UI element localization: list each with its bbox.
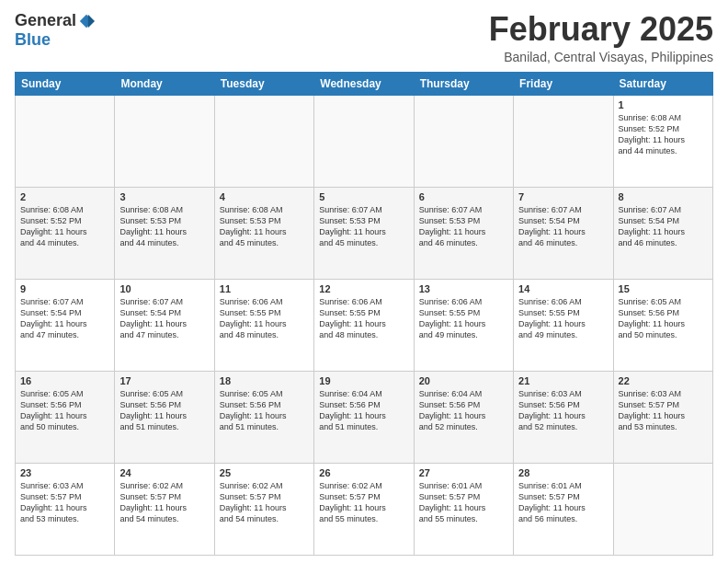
day-number: 27	[419, 467, 508, 478]
table-row: 2Sunrise: 6:08 AM Sunset: 5:52 PM Daylig…	[16, 187, 115, 279]
calendar-week-row: 16Sunrise: 6:05 AM Sunset: 5:56 PM Dayli…	[16, 371, 713, 463]
table-row: 18Sunrise: 6:05 AM Sunset: 5:56 PM Dayli…	[214, 371, 313, 463]
table-row	[16, 95, 115, 187]
calendar-week-row: 2Sunrise: 6:08 AM Sunset: 5:52 PM Daylig…	[16, 187, 713, 279]
logo-general-text: General	[15, 11, 76, 30]
title-block: February 2025 Banilad, Central Visayas, …	[489, 11, 713, 64]
logo: General Blue	[15, 11, 95, 50]
table-row: 15Sunrise: 6:05 AM Sunset: 5:56 PM Dayli…	[613, 279, 712, 371]
table-row: 19Sunrise: 6:04 AM Sunset: 5:56 PM Dayli…	[314, 371, 414, 463]
table-row: 20Sunrise: 6:04 AM Sunset: 5:56 PM Dayli…	[414, 371, 513, 463]
day-number: 13	[419, 283, 508, 294]
table-row: 28Sunrise: 6:01 AM Sunset: 5:57 PM Dayli…	[514, 463, 613, 555]
day-info: Sunrise: 6:08 AM Sunset: 5:53 PM Dayligh…	[119, 204, 209, 249]
table-row: 26Sunrise: 6:02 AM Sunset: 5:57 PM Dayli…	[314, 463, 414, 555]
calendar-week-row: 23Sunrise: 6:03 AM Sunset: 5:57 PM Dayli…	[16, 463, 713, 555]
day-number: 4	[220, 191, 309, 202]
table-row: 16Sunrise: 6:05 AM Sunset: 5:56 PM Dayli…	[16, 371, 115, 463]
day-info: Sunrise: 6:07 AM Sunset: 5:53 PM Dayligh…	[419, 204, 508, 249]
table-row	[214, 95, 313, 187]
day-number: 21	[518, 375, 608, 386]
day-info: Sunrise: 6:08 AM Sunset: 5:52 PM Dayligh…	[20, 204, 109, 249]
day-number: 7	[518, 191, 608, 202]
day-info: Sunrise: 6:07 AM Sunset: 5:53 PM Dayligh…	[319, 204, 408, 249]
table-row: 3Sunrise: 6:08 AM Sunset: 5:53 PM Daylig…	[115, 187, 214, 279]
col-thursday: Thursday	[414, 72, 513, 95]
day-info: Sunrise: 6:04 AM Sunset: 5:56 PM Dayligh…	[419, 388, 508, 433]
day-number: 14	[518, 283, 608, 294]
page: General Blue February 2025 Banilad, Cent…	[0, 0, 728, 563]
calendar-week-row: 1Sunrise: 6:08 AM Sunset: 5:52 PM Daylig…	[16, 95, 713, 187]
day-number: 11	[220, 283, 309, 294]
table-row: 8Sunrise: 6:07 AM Sunset: 5:54 PM Daylig…	[613, 187, 712, 279]
logo-icon	[78, 13, 95, 29]
day-info: Sunrise: 6:02 AM Sunset: 5:57 PM Dayligh…	[319, 480, 408, 525]
day-info: Sunrise: 6:04 AM Sunset: 5:56 PM Dayligh…	[319, 388, 408, 433]
table-row: 13Sunrise: 6:06 AM Sunset: 5:55 PM Dayli…	[414, 279, 513, 371]
table-row	[414, 95, 513, 187]
day-number: 9	[20, 283, 109, 294]
day-number: 2	[20, 191, 109, 202]
col-friday: Friday	[514, 72, 613, 95]
table-row	[115, 95, 214, 187]
day-info: Sunrise: 6:07 AM Sunset: 5:54 PM Dayligh…	[119, 296, 209, 341]
table-row: 21Sunrise: 6:03 AM Sunset: 5:56 PM Dayli…	[514, 371, 613, 463]
logo-blue-text: Blue	[15, 30, 51, 49]
day-info: Sunrise: 6:06 AM Sunset: 5:55 PM Dayligh…	[220, 296, 309, 341]
svg-marker-1	[88, 14, 95, 27]
calendar-table: Sunday Monday Tuesday Wednesday Thursday…	[15, 72, 713, 556]
day-number: 25	[220, 467, 309, 478]
col-saturday: Saturday	[613, 72, 712, 95]
day-info: Sunrise: 6:07 AM Sunset: 5:54 PM Dayligh…	[20, 296, 109, 341]
table-row: 9Sunrise: 6:07 AM Sunset: 5:54 PM Daylig…	[16, 279, 115, 371]
table-row: 14Sunrise: 6:06 AM Sunset: 5:55 PM Dayli…	[514, 279, 613, 371]
table-row: 23Sunrise: 6:03 AM Sunset: 5:57 PM Dayli…	[16, 463, 115, 555]
day-number: 6	[419, 191, 508, 202]
header: General Blue February 2025 Banilad, Cent…	[15, 11, 713, 64]
day-number: 24	[119, 467, 209, 478]
day-info: Sunrise: 6:07 AM Sunset: 5:54 PM Dayligh…	[518, 204, 608, 249]
day-info: Sunrise: 6:05 AM Sunset: 5:56 PM Dayligh…	[119, 388, 209, 433]
month-title: February 2025	[489, 11, 713, 48]
table-row: 27Sunrise: 6:01 AM Sunset: 5:57 PM Dayli…	[414, 463, 513, 555]
day-info: Sunrise: 6:05 AM Sunset: 5:56 PM Dayligh…	[619, 296, 708, 341]
day-info: Sunrise: 6:03 AM Sunset: 5:57 PM Dayligh…	[20, 480, 109, 525]
day-number: 8	[619, 191, 708, 202]
day-info: Sunrise: 6:07 AM Sunset: 5:54 PM Dayligh…	[619, 204, 708, 249]
table-row: 10Sunrise: 6:07 AM Sunset: 5:54 PM Dayli…	[115, 279, 214, 371]
day-info: Sunrise: 6:01 AM Sunset: 5:57 PM Dayligh…	[518, 480, 608, 525]
day-number: 26	[319, 467, 408, 478]
day-info: Sunrise: 6:08 AM Sunset: 5:52 PM Dayligh…	[619, 112, 708, 157]
calendar-header-row: Sunday Monday Tuesday Wednesday Thursday…	[16, 72, 713, 95]
table-row: 1Sunrise: 6:08 AM Sunset: 5:52 PM Daylig…	[613, 95, 712, 187]
day-number: 18	[220, 375, 309, 386]
table-row: 5Sunrise: 6:07 AM Sunset: 5:53 PM Daylig…	[314, 187, 414, 279]
day-number: 3	[119, 191, 209, 202]
day-info: Sunrise: 6:06 AM Sunset: 5:55 PM Dayligh…	[518, 296, 608, 341]
table-row	[314, 95, 414, 187]
day-info: Sunrise: 6:02 AM Sunset: 5:57 PM Dayligh…	[119, 480, 209, 525]
day-number: 22	[619, 375, 708, 386]
location-subtitle: Banilad, Central Visayas, Philippines	[489, 50, 713, 64]
day-info: Sunrise: 6:03 AM Sunset: 5:56 PM Dayligh…	[518, 388, 608, 433]
calendar-week-row: 9Sunrise: 6:07 AM Sunset: 5:54 PM Daylig…	[16, 279, 713, 371]
day-number: 1	[619, 99, 708, 110]
table-row	[613, 463, 712, 555]
table-row: 11Sunrise: 6:06 AM Sunset: 5:55 PM Dayli…	[214, 279, 313, 371]
col-monday: Monday	[115, 72, 214, 95]
day-number: 19	[319, 375, 408, 386]
table-row: 17Sunrise: 6:05 AM Sunset: 5:56 PM Dayli…	[115, 371, 214, 463]
day-number: 28	[518, 467, 608, 478]
day-number: 17	[119, 375, 209, 386]
day-info: Sunrise: 6:06 AM Sunset: 5:55 PM Dayligh…	[319, 296, 408, 341]
table-row: 6Sunrise: 6:07 AM Sunset: 5:53 PM Daylig…	[414, 187, 513, 279]
col-wednesday: Wednesday	[314, 72, 414, 95]
day-number: 15	[619, 283, 708, 294]
table-row: 4Sunrise: 6:08 AM Sunset: 5:53 PM Daylig…	[214, 187, 313, 279]
table-row: 25Sunrise: 6:02 AM Sunset: 5:57 PM Dayli…	[214, 463, 313, 555]
table-row: 24Sunrise: 6:02 AM Sunset: 5:57 PM Dayli…	[115, 463, 214, 555]
day-info: Sunrise: 6:01 AM Sunset: 5:57 PM Dayligh…	[419, 480, 508, 525]
col-tuesday: Tuesday	[214, 72, 313, 95]
day-info: Sunrise: 6:05 AM Sunset: 5:56 PM Dayligh…	[220, 388, 309, 433]
table-row: 12Sunrise: 6:06 AM Sunset: 5:55 PM Dayli…	[314, 279, 414, 371]
